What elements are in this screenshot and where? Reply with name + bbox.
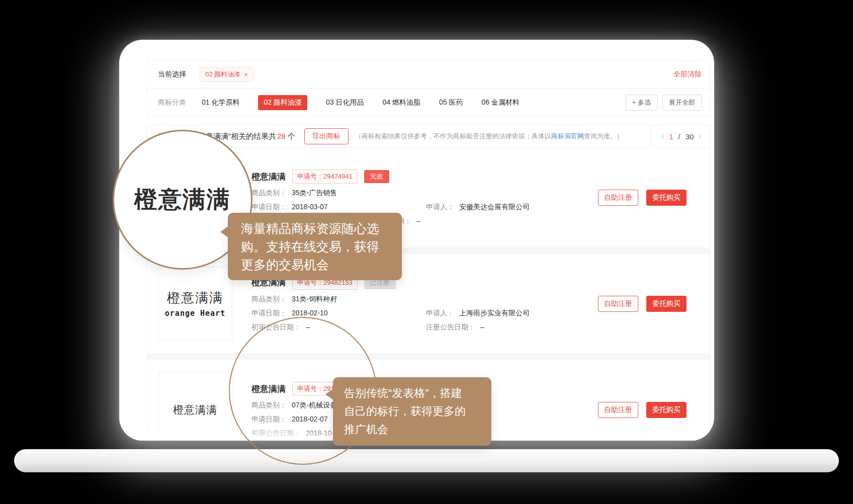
tooltip-promotion: 告别传统“发表格”，搭建 自己的标行，获得更多的 推广机会	[333, 377, 491, 446]
category-label: 商品类别：	[251, 188, 287, 198]
clear-all-button[interactable]: 全部清除	[673, 70, 702, 79]
category-item-04[interactable]: 04 燃料油脂	[382, 98, 420, 107]
page-divider: /	[678, 132, 680, 141]
row-actions: 自助注册 委托购买	[598, 190, 687, 206]
trademark-image-subtext: orange Heart	[165, 309, 225, 318]
trademark-thumbnail[interactable]: 橙意满满 orange Heart	[158, 267, 232, 341]
results-header: 为您检索到“橙意满满”相关的结果共28个 导出商标 （商标检索结果仅供参考，不作…	[147, 125, 710, 148]
self-register-button[interactable]: 自助注册	[598, 296, 638, 312]
delegate-buy-button[interactable]: 委托购买	[646, 402, 687, 418]
category-item-01[interactable]: 01 化学原料	[202, 98, 239, 107]
laptop-base	[14, 449, 839, 472]
self-register-button[interactable]: 自助注册	[598, 402, 638, 418]
applicant-label: 申请人：	[426, 203, 454, 211]
reg-notice-label: 注册公告日期：	[426, 323, 475, 331]
category-item-05[interactable]: 05 医药	[439, 98, 463, 107]
trademark-thumbnail[interactable]: 橙意满满	[158, 373, 232, 441]
status-badge: 无效	[364, 170, 389, 183]
apply-date-value: 2018-02-10	[292, 308, 328, 318]
trademark-office-link[interactable]: 商标局官网	[551, 132, 584, 140]
page-background: 当前选择 02 颜料油漆 × 全部清除 商标分类 01 化学原料 02 颜料油漆…	[0, 0, 853, 504]
applicant-value: 安徽美达会展有限公司	[459, 203, 530, 211]
apply-date-label: 申请日期：	[251, 202, 287, 212]
self-register-button[interactable]: 自助注册	[598, 190, 638, 206]
current-selection-row: 当前选择 02 颜料油漆 × 全部清除	[147, 61, 710, 89]
apply-date-label: 申请日期：	[251, 308, 287, 318]
tooltip-line: 推广机会	[344, 421, 480, 439]
multi-select-button[interactable]: + 多选	[626, 95, 657, 111]
delegate-buy-button[interactable]: 委托购买	[646, 190, 687, 206]
total-pages: 30	[686, 132, 694, 141]
category-item-03[interactable]: 03 日化用品	[326, 98, 364, 107]
selected-filter-tag-label: 02 颜料油漆	[205, 70, 240, 79]
row-actions: 自助注册 委托购买	[598, 402, 687, 418]
current-page: 1	[669, 132, 673, 141]
export-trademarks-button[interactable]: 导出商标	[304, 128, 349, 144]
trademark-image-text: 橙意满满	[173, 403, 217, 417]
category-list: 01 化学原料 02 颜料油漆 03 日化用品 04 燃料油脂 05 医药 06…	[202, 95, 520, 110]
category-tools: + 多选 展开全部	[626, 95, 702, 111]
trademark-image-text: 橙意满满	[167, 289, 223, 307]
remove-filter-icon[interactable]: ×	[244, 71, 248, 78]
tooltip-marketplace: 海量精品商标资源随心选 购。支持在线交易，获得 更多的交易机会	[228, 213, 402, 280]
tooltip-line: 海量精品商标资源随心选	[241, 219, 389, 237]
tooltip-line: 告别传统“发表格”，搭建	[344, 384, 480, 402]
tooltip-line: 更多的交易机会	[241, 256, 389, 274]
prev-page-icon[interactable]: ‹	[661, 131, 664, 141]
pagination: ‹ 1 / 30 ›	[651, 125, 707, 147]
expand-all-button[interactable]: 展开全部	[662, 95, 702, 111]
current-selection-label: 当前选择	[158, 70, 186, 79]
apply-date-value: 2018-03-07	[292, 202, 328, 212]
applicant-label: 申请人：	[426, 309, 454, 317]
results-disclaimer: （商标检索结果仅供参考，不作为商标能否注册的法律依据；具体以商标局官网查询为准。…	[355, 132, 623, 141]
reg-notice-value: –	[416, 217, 420, 225]
application-number-badge: 申请号：29474941	[292, 170, 358, 184]
category-item-02-selected[interactable]: 02 颜料油漆	[258, 95, 307, 110]
category-value: 35类-广告销售	[292, 188, 337, 198]
results-count: 28	[277, 132, 286, 140]
selected-filter-tag[interactable]: 02 颜料油漆 ×	[200, 67, 253, 82]
row-actions: 自助注册 委托购买	[598, 296, 687, 312]
category-label: 商品类别：	[251, 294, 287, 304]
delegate-buy-button[interactable]: 委托购买	[646, 296, 687, 312]
category-row: 商标分类 01 化学原料 02 颜料油漆 03 日化用品 04 燃料油脂 05 …	[147, 89, 710, 116]
magnified-trademark-text: 橙意满满	[134, 184, 231, 215]
next-page-icon[interactable]: ›	[699, 131, 702, 141]
applicant-value: 上海雨步实业有限公司	[459, 309, 530, 317]
reg-notice-value: –	[480, 323, 484, 331]
filter-card: 当前选择 02 颜料油漆 × 全部清除 商标分类 01 化学原料 02 颜料油漆…	[147, 60, 710, 117]
category-bar-label: 商标分类	[158, 98, 186, 107]
tooltip-line: 购。支持在线交易，获得	[241, 237, 389, 256]
tooltip-line: 自己的标行，获得更多的	[344, 402, 480, 421]
category-value: 31类-饲料种籽	[292, 294, 337, 304]
trademark-name[interactable]: 橙意满满	[251, 171, 286, 183]
category-item-06[interactable]: 06 金属材料	[481, 98, 519, 107]
